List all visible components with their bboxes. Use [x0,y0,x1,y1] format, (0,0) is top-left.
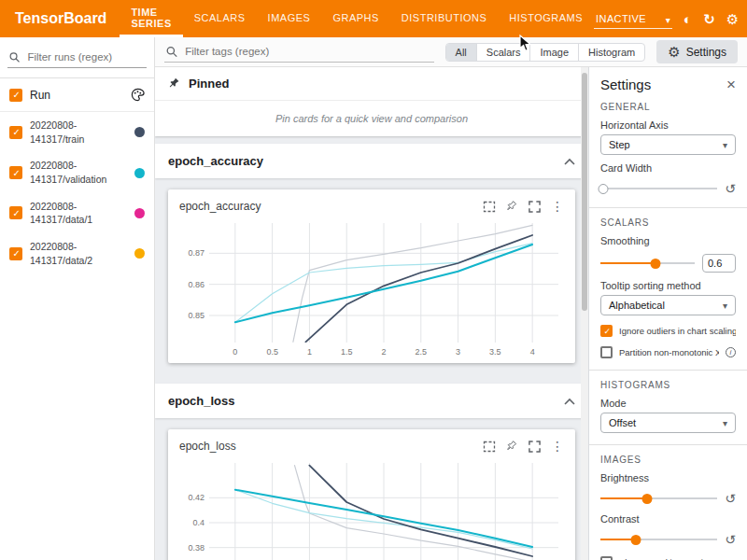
more-options-icon[interactable] [551,198,564,215]
partition-x-axis-row[interactable]: Partition non-monotonic X axis [600,346,736,358]
runs-filter[interactable] [7,47,147,68]
images-heading: IMAGES [600,455,736,465]
svg-text:0.42: 0.42 [188,493,204,502]
settings-button[interactable]: Settings [656,40,738,63]
run-checkbox[interactable] [9,166,22,179]
pinned-header: Pinned [155,67,588,101]
run-row-data-2[interactable]: 20220808-141317/data/2 [0,233,154,273]
svg-text:4: 4 [530,347,535,357]
slider-thumb[interactable] [598,184,608,194]
horizontal-axis-label: Horizontal Axis [600,119,736,131]
ignore-outliers-checkbox[interactable] [600,325,613,337]
partition-x-axis-checkbox[interactable] [600,346,613,358]
reset-brightness-icon[interactable] [725,491,736,506]
ignore-outliers-row[interactable]: Ignore outliers in chart scaling [600,325,736,337]
card-header: epoch_loss [176,433,568,457]
fullscreen-icon[interactable] [529,201,541,213]
epoch-accuracy-chart[interactable]: 00.511.522.533.540.850.860.87 [176,217,568,357]
status-select[interactable]: INACTIVE [594,8,672,29]
fit-domain-icon[interactable] [483,201,496,213]
refresh-icon[interactable] [703,12,715,26]
filter-all-button[interactable]: All [446,44,477,61]
tab-distributions[interactable]: DISTRIBUTIONS [390,0,498,37]
smoothing-slider[interactable] [600,256,695,271]
show-actual-size-row[interactable]: Show actual image size [600,556,736,560]
filter-histogram-button[interactable]: Histogram [579,44,644,61]
runs-header-row[interactable]: Run [0,78,154,112]
show-actual-size-checkbox[interactable] [600,556,613,560]
close-icon[interactable] [726,77,736,92]
svg-text:1: 1 [307,347,312,357]
fullscreen-icon[interactable] [529,441,541,453]
run-row-data-1[interactable]: 20220808-141317/data/1 [0,193,154,233]
chevron-down-icon [723,417,727,428]
svg-text:1.5: 1.5 [341,347,353,357]
search-icon [166,46,177,58]
header-actions: INACTIVE ? [594,8,747,29]
card-title: epoch_loss [179,440,236,453]
tab-scalars[interactable]: SCALARS [183,0,257,37]
section-body: epoch_loss [155,418,588,560]
run-checkbox[interactable] [9,206,22,219]
fit-domain-icon[interactable] [483,441,496,453]
contrast-toggle-icon[interactable] [684,12,692,26]
pin-card-icon[interactable] [506,441,518,453]
settings-gear-icon[interactable] [726,12,739,26]
filter-scalars-button[interactable]: Scalars [477,44,531,61]
slider-thumb[interactable] [642,494,653,504]
run-checkbox[interactable] [9,247,22,260]
main-nav: TIME SERIES SCALARS IMAGES GRAPHS DISTRI… [120,0,594,37]
tags-filter-input[interactable] [183,45,431,58]
run-row-validation[interactable]: 20220808-141317/validation [0,152,154,192]
section-header-epoch-accuracy[interactable]: epoch_accuracy [155,144,588,178]
reset-card-width-icon[interactable] [725,181,736,196]
card-width-slider[interactable] [600,181,717,196]
tab-images[interactable]: IMAGES [257,0,322,37]
runs-filter-input[interactable] [25,50,145,63]
collapse-chevron-icon[interactable] [564,158,575,165]
select-all-runs-checkbox[interactable] [9,89,22,102]
filter-image-button[interactable]: Image [530,44,579,61]
palette-icon[interactable] [131,88,145,102]
svg-text:2: 2 [381,347,386,357]
tags-filter[interactable] [164,41,434,63]
divider [589,207,747,208]
svg-text:0.86: 0.86 [188,280,204,289]
svg-text:0.87: 0.87 [188,248,204,258]
section-body: epoch_accuracy [155,178,588,376]
more-options-icon[interactable] [551,438,564,455]
epoch-loss-chart[interactable]: 00.511.522.533.540.360.380.40.42 [176,457,568,560]
info-icon[interactable] [726,347,736,357]
tab-graphs[interactable]: GRAPHS [321,0,389,37]
tab-histograms[interactable]: HISTOGRAMS [498,0,594,37]
run-row-train[interactable]: 20220808-141317/train [0,112,154,152]
chevron-down-icon [666,11,670,25]
general-heading: GENERAL [600,102,736,112]
svg-text:2.5: 2.5 [416,347,428,357]
brightness-slider[interactable] [600,491,717,506]
slider-thumb[interactable] [630,535,641,545]
scrollbar-thumb[interactable] [582,73,587,311]
smoothing-value-input[interactable] [702,254,736,273]
chevron-down-icon [723,300,727,311]
collapse-chevron-icon[interactable] [564,398,575,405]
reset-contrast-icon[interactable] [725,532,736,547]
scalars-heading: SCALARS [600,217,736,228]
tooltip-sorting-select[interactable]: Alphabetical [600,295,736,315]
run-checkbox[interactable] [9,126,22,139]
horizontal-axis-select[interactable]: Step [600,134,736,155]
slider-thumb[interactable] [650,259,660,269]
vertical-scrollbar [581,67,588,560]
run-color-dot [134,127,145,137]
section-header-epoch-loss[interactable]: epoch_loss [155,384,588,418]
svg-text:0.4: 0.4 [192,518,204,527]
app-logo: TensorBoard [0,10,120,27]
tab-time-series[interactable]: TIME SERIES [120,0,182,37]
pin-card-icon[interactable] [506,201,518,213]
card-actions [483,198,564,215]
histogram-mode-select[interactable]: Offset [600,413,736,433]
run-color-dot [134,168,145,178]
run-color-dot [134,208,145,218]
contrast-slider[interactable] [600,532,717,547]
contrast-label: Contrast [600,513,736,525]
